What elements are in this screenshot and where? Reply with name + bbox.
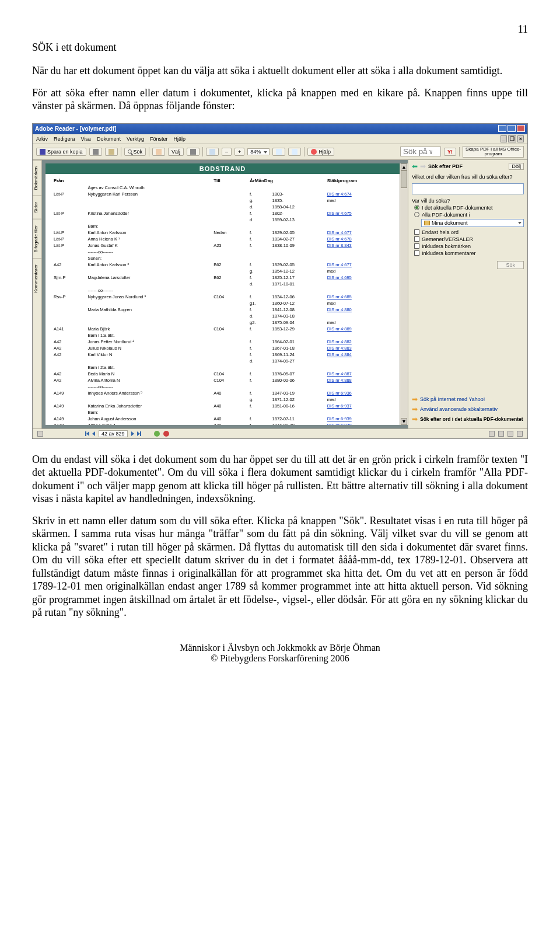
tab-bokmarken[interactable]: Bokmärken [33,160,41,196]
create-pdf-button[interactable]: Skapa PDF i all MS Office-program [463,146,524,158]
nav-prev-icon[interactable] [92,431,95,436]
radio-all-docs[interactable]: Alla PDF-dokument i [414,212,524,218]
table-row: Rsv-PNybyggaren Jonas Nordlund ³C104f.18… [51,294,394,299]
menu-arkiv[interactable]: Arkiv [36,136,48,142]
check-case[interactable]: Gemener/VERSALER [414,236,524,242]
menu-verktyg[interactable]: Verktyg [127,136,144,142]
menubar: Arkiv Redigera Visa Dokument Verktyg Fön… [33,134,527,144]
back-view-icon[interactable] [154,431,160,437]
section-heading: SÖK i ett dokument [32,41,528,54]
table-row: A42Karl Anton Karlsson ²B62f.1829-02-05D… [51,262,394,267]
search-button[interactable]: Sök [124,148,146,156]
window-titlebar: Adobe Reader - [volymer.pdf] [33,124,527,134]
dis-link[interactable]: DIS nr 4:887 [327,371,352,377]
radio-off-icon [414,212,419,217]
dis-link[interactable]: DIS nr 4:883 [327,346,352,351]
zoom-select[interactable]: 84% [247,148,270,155]
fwd-view-icon[interactable] [163,431,169,437]
layout-single-icon[interactable] [489,431,495,437]
dis-link[interactable]: DIS nr 4:889 [327,326,352,332]
vertical-scrollbar[interactable]: ▲ ▼ [400,163,408,425]
menu-dokument[interactable]: Dokument [97,136,121,142]
menu-redigera[interactable]: Redigera [54,136,75,142]
doc-minimize-icon[interactable]: _ [501,135,507,142]
dis-link[interactable]: DIS nr 4:882 [327,339,352,344]
dis-link[interactable]: DIS nr 4:685 [327,294,352,299]
zoom-in-icon [209,149,215,155]
radio-current-doc[interactable]: I det aktuella PDF-dokumentet [414,205,524,211]
dis-link[interactable]: DIS nr 6:937 [327,403,352,409]
doc-restore-icon[interactable]: ❐ [508,135,516,142]
dis-link[interactable]: DIS nr 4:888 [327,378,352,383]
snapshot-button[interactable] [187,148,200,156]
menu-visa[interactable]: Visa [81,136,91,142]
menu-hjalp[interactable]: Hjälp [173,136,186,142]
zoom-in-button[interactable] [206,148,219,156]
rotate-button[interactable] [288,148,301,156]
mail-button[interactable] [105,148,118,156]
tab-bifogade[interactable]: Bifogade filer [33,219,41,259]
layout-cont-icon[interactable] [498,431,504,437]
minimize-icon[interactable] [498,125,506,132]
page-view-icon[interactable] [37,431,43,437]
dis-link[interactable]: DIS nr 4:677 [327,262,352,267]
layout-contfacing-icon[interactable] [517,431,523,437]
link-current-doc[interactable]: Sök efter ord i det aktuella PDF-dokumen… [420,416,523,422]
table-row: A42Beda Maria NC104f.1876-05-07DIS nr 4:… [51,371,394,377]
page-counter[interactable]: 42 av 829 [99,430,128,437]
nav-back-icon[interactable]: ⬅ [412,162,418,170]
tab-kommentarer[interactable]: Kommentarer [33,258,41,298]
dis-link[interactable]: DIS nr 4:880 [327,307,352,312]
search-input[interactable] [412,183,524,194]
select-button[interactable]: Välj [168,148,184,156]
check-whole-words[interactable]: Endast hela ord [414,229,524,235]
folder-select[interactable]: Mina dokument [421,219,524,227]
link-yahoo-search[interactable]: Sök på Internet med Yahoo! [420,396,485,402]
dis-link[interactable]: DIS nr 6:939 [327,416,352,421]
dis-link[interactable]: DIS nr 6:940 [327,423,352,425]
layout-facing-icon[interactable] [508,431,513,437]
zoom-plus-button[interactable]: + [235,148,244,156]
hide-button[interactable]: Dölj [509,163,524,170]
menu-fonster[interactable]: Fönster [150,136,168,142]
search-go-button[interactable]: Sök [497,261,524,269]
scroll-up-icon[interactable]: ▲ [401,163,407,170]
table-row: Lät-PNybyggaren Karl Perssonf.1803-DIS n… [51,191,394,197]
dis-link[interactable]: DIS nr 4:695 [327,275,352,280]
yahoo-button[interactable]: Y! [444,148,456,156]
tab-sidor[interactable]: Sidor [33,196,41,219]
arrow-icon: ➡ [412,395,418,403]
close-icon[interactable] [517,125,525,132]
nav-next-icon[interactable] [131,431,134,436]
table-row: A149Johan August AnderssonA40f.1872-07-1… [51,416,394,421]
scroll-thumb[interactable] [401,170,407,188]
help-button[interactable]: Hjälp [307,148,334,156]
nav-first-icon[interactable] [85,431,89,436]
window-buttons[interactable] [497,125,525,133]
dis-link[interactable]: DIS nr 4:677 [327,230,352,235]
web-search-input[interactable] [400,147,441,156]
link-advanced[interactable]: Använd avancerade sökalternativ [420,406,498,412]
maximize-icon[interactable] [508,125,516,132]
table-row: A141Maria BjörkC104f.1853-12-29DIS nr 4:… [51,326,394,332]
zoom-out-button[interactable]: – [222,148,232,156]
dis-link[interactable]: DIS nr 4:675 [327,211,352,216]
hand-button[interactable] [152,148,165,156]
table-row: g.1871-12-02med [51,397,394,402]
dis-link[interactable]: DIS nr 4:674 [327,191,352,197]
nav-last-icon[interactable] [138,431,141,436]
fit-width-button[interactable] [272,148,285,156]
table-row: Lät-PAnna Helena K ¹f.1834-02-27DIS nr 4… [51,236,394,242]
dis-link[interactable]: DIS nr 4:678 [327,236,352,242]
doc-close-icon[interactable]: × [517,135,524,142]
check-comments[interactable]: Inkludera kommentarer [414,250,524,256]
check-bookmarks[interactable]: Inkludera bokmärken [414,243,524,249]
dis-link[interactable]: DIS nr 4:884 [327,352,352,357]
scroll-down-icon[interactable]: ▼ [401,418,407,425]
save-copy-button[interactable]: Spara en kopia [36,148,86,156]
dis-link[interactable]: DIS nr 8:843 [327,243,352,248]
checkbox-icon [414,236,419,242]
paragraph-1: När du har ett dokument öppet kan du väl… [32,64,528,78]
dis-link[interactable]: DIS nr 6:936 [327,391,352,396]
print-button[interactable] [89,148,102,156]
